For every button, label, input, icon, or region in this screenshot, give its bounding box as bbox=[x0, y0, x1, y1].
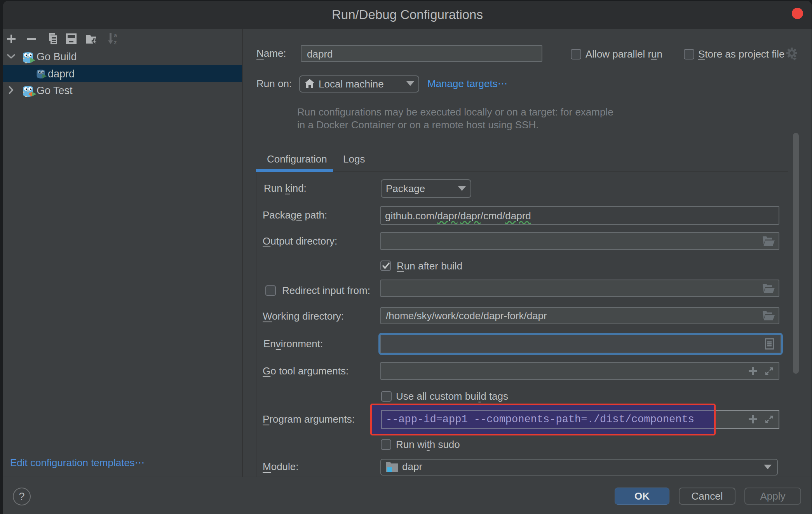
svg-text:z: z bbox=[114, 39, 117, 45]
svg-text:a: a bbox=[114, 33, 117, 38]
